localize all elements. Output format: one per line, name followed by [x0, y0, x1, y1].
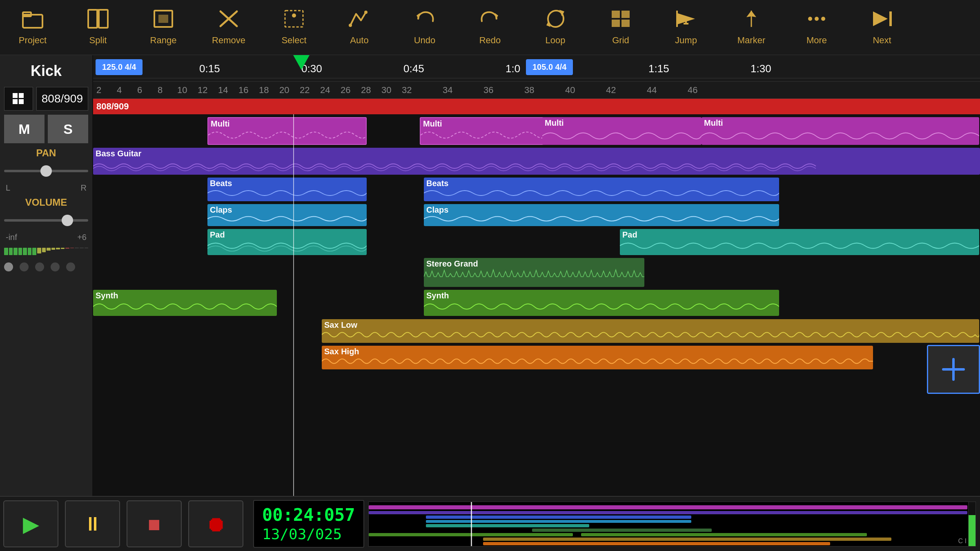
vol-range-labels: -inf +6 [4, 233, 88, 242]
loop-button[interactable]: Loop [523, 1, 588, 54]
mute-button[interactable]: M [4, 115, 45, 143]
vol-knob[interactable] [62, 215, 73, 226]
beat-20: 20 [279, 85, 289, 96]
beat-2: 2 [96, 85, 101, 96]
redo-label: Redo [479, 35, 501, 46]
stop-button[interactable]: ■ [127, 500, 182, 547]
svg-rect-2 [88, 10, 97, 28]
split-button[interactable]: Split [65, 1, 131, 54]
clip-claps-2-wave [424, 212, 779, 225]
clip-saxlow-1[interactable]: Sax Low [322, 319, 979, 343]
tempo-badge-1: 125.0 4/4 [96, 59, 143, 75]
grid-icon [610, 9, 631, 32]
track-pad-bg: Pad Pad [93, 228, 980, 256]
undo-button[interactable]: Undo [392, 1, 457, 54]
project-button[interactable]: Project [0, 1, 65, 54]
beat-22: 22 [300, 85, 310, 96]
clip-pad-1[interactable]: Pad [207, 229, 367, 255]
project-icon [22, 9, 43, 32]
marker-button[interactable]: Marker [719, 1, 784, 54]
sub-time: 13/03/025 [262, 525, 355, 543]
time-1:0: 1:0 [506, 62, 520, 75]
clip-claps-2[interactable]: Claps [424, 204, 779, 226]
record-button[interactable]: ⏺ [188, 500, 243, 547]
pan-knob[interactable] [40, 165, 52, 177]
solo-button[interactable]: S [48, 115, 88, 143]
remove-button[interactable]: Remove [196, 1, 261, 54]
clip-stereo-1[interactable]: Stereo Grand [424, 258, 644, 287]
beat-12: 12 [198, 85, 207, 96]
jump-button[interactable]: Jump [653, 1, 719, 54]
beat-34: 34 [443, 85, 452, 96]
svg-rect-9 [285, 11, 303, 27]
pause-button[interactable]: ⏸ [65, 500, 120, 547]
mini-overview[interactable]: C I [368, 502, 976, 547]
vol-max-label: +6 [77, 233, 87, 242]
clip-synth-2[interactable]: Synth [424, 290, 779, 316]
clip-beats-2[interactable]: Beats [424, 178, 779, 201]
beat-46: 46 [688, 85, 697, 96]
mode-display [4, 87, 33, 111]
tracks-container[interactable]: Multi Multi Multi Multi [93, 114, 980, 496]
add-icon [941, 357, 966, 382]
clip-saxhigh-wave [322, 354, 873, 369]
clip-stereo-wave [424, 268, 644, 286]
time-0:15: 0:15 [199, 62, 220, 75]
clip-multi-1-wave [208, 127, 366, 143]
mini-saxhigh [483, 542, 830, 545]
beat-38: 38 [524, 85, 534, 96]
clip-bass-1[interactable]: Bass Guitar [93, 148, 980, 175]
svg-point-10 [292, 13, 296, 18]
beat-26: 26 [341, 85, 350, 96]
volume-slider[interactable] [4, 212, 88, 229]
clip-claps-1[interactable]: Claps [207, 204, 367, 226]
clip-multi-4[interactable]: Multi [702, 117, 979, 145]
redo-button[interactable]: Redo [457, 1, 523, 54]
clip-multi-3[interactable]: Multi [542, 117, 702, 145]
red-bar-label: 808/909 [96, 101, 129, 112]
clip-pad-2[interactable]: Pad [620, 229, 979, 255]
track-saxhigh-bg: Sax High [93, 345, 980, 370]
split-icon [87, 9, 109, 32]
beat-ruler: 2 4 6 8 10 12 14 16 18 20 22 24 26 28 30… [93, 82, 980, 99]
pan-slider[interactable] [4, 163, 88, 179]
vu-bar-4 [18, 248, 22, 255]
select-button[interactable]: Select [261, 1, 327, 54]
next-button[interactable]: Next [849, 1, 915, 54]
record-icon: ⏺ [205, 512, 227, 536]
svg-marker-30 [873, 11, 888, 26]
marker-label: Marker [737, 35, 765, 46]
beat-24: 24 [320, 85, 330, 96]
time-ruler[interactable]: 125.0 4/4 0:15 0:30 0:45 1:0 1:15 1:30 1… [93, 55, 980, 82]
main-time: 00:24:057 [262, 505, 355, 525]
auto-icon [349, 9, 370, 32]
clip-multi-3-wave [542, 128, 702, 144]
auto-button[interactable]: Auto [327, 1, 392, 54]
clip-multi-1[interactable]: Multi [207, 117, 367, 145]
beat-42: 42 [606, 85, 616, 96]
range-button[interactable]: Range [131, 1, 196, 54]
range-label: Range [150, 35, 177, 46]
dot-3 [35, 262, 44, 271]
clip-saxhigh-1[interactable]: Sax High [322, 346, 873, 369]
clip-beats-1[interactable]: Beats [207, 178, 367, 201]
vu-bar-11 [51, 248, 56, 250]
beat-32: 32 [402, 85, 412, 96]
clip-synth-2-wave [424, 298, 779, 315]
svg-rect-33 [19, 93, 24, 98]
grid-button[interactable]: Grid [588, 1, 653, 54]
mini-claps [426, 520, 691, 523]
mini-saxlow [483, 538, 891, 541]
clip-claps-1-wave [207, 212, 367, 225]
add-clip-button[interactable] [927, 345, 980, 394]
vu-bar-13 [61, 248, 65, 249]
svg-rect-6 [158, 15, 168, 23]
track-stereo-bg: Stereo Grand [93, 257, 980, 288]
toolbar: Project Split Range Remove Select Auto [0, 0, 980, 55]
beat-8: 8 [158, 85, 163, 96]
play-button[interactable]: ▶ [3, 500, 58, 547]
more-button[interactable]: More [784, 1, 849, 54]
clip-synth-1[interactable]: Synth [93, 290, 277, 316]
beat-40: 40 [565, 85, 575, 96]
time-1:15: 1:15 [648, 62, 669, 75]
